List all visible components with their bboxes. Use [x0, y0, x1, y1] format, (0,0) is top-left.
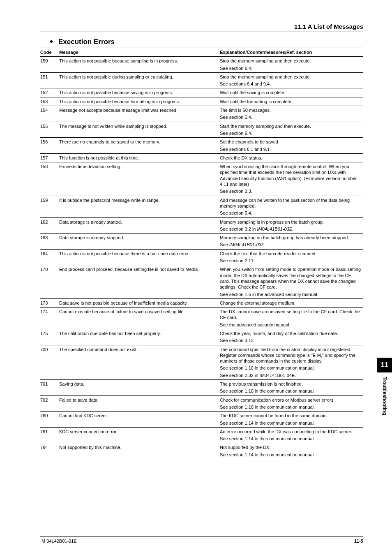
cell-code: 155 [40, 122, 59, 130]
cell-empty [59, 81, 220, 88]
cell-reference: See section 6.4. [220, 130, 363, 138]
cell-code: 702 [40, 395, 59, 404]
cell-explanation: The KDC server cannot be found in the sa… [220, 412, 363, 420]
cell-message: Not supported by this machine. [59, 443, 220, 452]
table-row: 157This function is not possible at this… [40, 153, 363, 162]
cell-reference: See section 3.13 [220, 338, 363, 345]
cell-code: 153 [40, 97, 59, 106]
cell-code: 151 [40, 72, 59, 81]
table-row: See section 2.32 in IM04L41B01-04E. [40, 372, 363, 380]
cell-empty [59, 322, 220, 329]
table-row: 760Cannot find KDC server.The KDC server… [40, 412, 363, 420]
cell-empty [59, 338, 220, 345]
cell-empty [40, 322, 59, 329]
table-row: See sections 6.1 and 9.1. [40, 146, 363, 154]
cell-reference: See section 2.3. [220, 188, 363, 196]
cell-message: End process can't proceed, because setti… [59, 265, 220, 291]
cell-empty [59, 188, 220, 196]
footer-left: IM 04L42B01-01E [40, 539, 77, 543]
cell-empty [40, 242, 59, 249]
cell-explanation: Wait until the saving is complete. [220, 88, 363, 97]
cell-explanation: Change the external storage medium. [220, 298, 363, 307]
cell-empty [40, 404, 59, 412]
cell-empty [59, 365, 220, 372]
cell-reference: See section 1.10 in the communication ma… [220, 404, 363, 412]
table-row: See section 6.4. [40, 130, 363, 138]
cell-message: Data storage is already stopped. [59, 234, 220, 242]
cell-explanation: Check the DX status. [220, 153, 363, 162]
table-row: See section 3.13 [40, 338, 363, 345]
cell-explanation: Check for communication errors or Modbus… [220, 395, 363, 404]
cell-message: Saving data. [59, 380, 220, 388]
cell-reference: See section 5.4. [220, 114, 363, 122]
chapter-tab: 11 [377, 358, 392, 372]
table-row: See section 1.14 in the communication ma… [40, 420, 363, 428]
cell-explanation: Check the year, month, and day of the ca… [220, 329, 363, 338]
cell-explanation: Wait until the formatting is complete. [220, 97, 363, 106]
cell-empty [40, 372, 59, 380]
cell-empty [40, 388, 59, 395]
table-row: See section 1.10 in the communication ma… [40, 404, 363, 412]
section-header: 11.1 A List of Messages [40, 23, 363, 30]
cell-message: Cannot find KDC server. [59, 412, 220, 420]
cell-explanation: Not supported by the DX. [220, 443, 363, 452]
table-row: 154Message not accepte because message l… [40, 106, 363, 115]
table-row: 151This action is not possible during sa… [40, 72, 363, 81]
cell-reference: See sections 6.4 and 9.4. [220, 81, 363, 88]
cell-code: 159 [40, 196, 59, 210]
cell-code: 150 [40, 57, 59, 65]
table-row: 152This action is not possible because s… [40, 88, 363, 97]
cell-code: 761 [40, 427, 59, 436]
cell-message: This action is not possible because ther… [59, 249, 220, 258]
table-row: 163Data storage is already stopped.Memor… [40, 234, 363, 242]
table-header-row: Code Message Explanation/Countermeasures… [40, 48, 363, 57]
cell-message: This action is not possible because form… [59, 97, 220, 106]
cell-reference: See IM04L41B01-03E. [220, 242, 363, 249]
table-row: 761KDC server connection error.An error … [40, 427, 363, 436]
table-row: See section 3.2 in IM04L41B01-03E. [40, 226, 363, 234]
cell-reference: See section 1.14 in the communication ma… [220, 452, 363, 459]
cell-message: This action is not possible because samp… [59, 57, 220, 65]
table-row: See section 1.10 in the communication ma… [40, 365, 363, 372]
cell-code: 174 [40, 308, 59, 322]
table-row: 156There are no channels to be saved to … [40, 138, 363, 146]
cell-code: 156 [40, 138, 59, 146]
cell-empty [59, 404, 220, 412]
table-row: See IM04L41B01-03E. [40, 242, 363, 249]
table-row: See the advanced security manual. [40, 322, 363, 329]
cell-reference: See section 1.14 in the communication ma… [220, 420, 363, 428]
cell-explanation: Start the memory sampling and then execu… [220, 122, 363, 130]
cell-empty [59, 452, 220, 459]
cell-explanation: The previous transmission is not finishe… [220, 380, 363, 388]
table-row: 155The message is not written while samp… [40, 122, 363, 130]
cell-explanation: Add message can be written to the past s… [220, 196, 363, 210]
cell-empty [40, 81, 59, 88]
table-row: 173Data save is not possible because of … [40, 298, 363, 307]
cell-explanation: An error occurred while the DX was conne… [220, 427, 363, 436]
cell-empty [59, 420, 220, 428]
cell-empty [59, 291, 220, 299]
cell-message: It is outside the postscript message wri… [59, 196, 220, 210]
table-row: See section 2.3. [40, 188, 363, 196]
cell-code: 170 [40, 265, 59, 291]
cell-code: 700 [40, 345, 59, 365]
cell-code: 760 [40, 412, 59, 420]
cell-empty [40, 130, 59, 138]
cell-code: 764 [40, 443, 59, 452]
cell-empty [40, 210, 59, 217]
subtitle-row: Execution Errors [50, 38, 363, 46]
table-row: See section 6.4. [40, 65, 363, 73]
cell-explanation: Set the channels to be saved. [220, 138, 363, 146]
cell-explanation: Stop the memory sampling and then execut… [220, 72, 363, 81]
cell-code: 162 [40, 217, 59, 226]
cell-message: This action is not possible because savi… [59, 88, 220, 97]
cell-message: The specified command does not exist. [59, 345, 220, 365]
cell-empty [40, 291, 59, 299]
cell-empty [40, 65, 59, 73]
cell-explanation: Memory sampling on the batch group has a… [220, 234, 363, 242]
cell-empty [40, 365, 59, 372]
cell-reference: See section 1.14 in the communication ma… [220, 436, 363, 443]
table-row: See section 5.4. [40, 210, 363, 217]
cell-code: 164 [40, 249, 59, 258]
cell-empty [40, 338, 59, 345]
